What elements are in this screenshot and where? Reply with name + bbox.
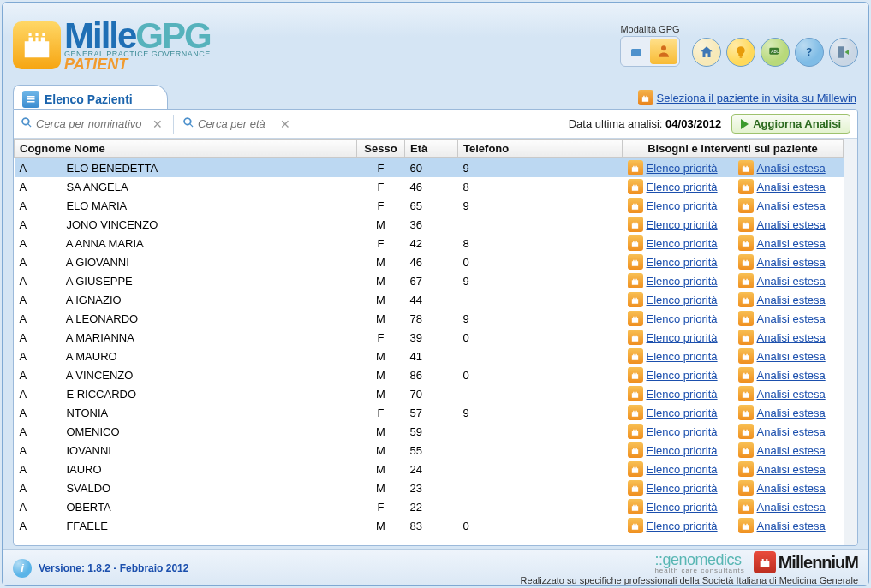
table-row[interactable]: A A VINCENZOM860Elenco prioritàAnalisi e…: [15, 365, 844, 384]
table-row[interactable]: A IOVANNIM55Elenco prioritàAnalisi estes…: [15, 441, 844, 460]
extended-analysis-link[interactable]: Analisi estesa: [757, 482, 826, 495]
filter-row: ✕ ✕ Data ultima analisi: 04/03/2012 Aggi…: [14, 110, 857, 139]
extended-analysis-link[interactable]: Analisi estesa: [757, 388, 826, 401]
extended-analysis-link[interactable]: Analisi estesa: [757, 256, 826, 269]
search-name-input[interactable]: [36, 117, 147, 130]
extended-analysis-link[interactable]: Analisi estesa: [757, 331, 826, 344]
tips-button[interactable]: [726, 38, 755, 67]
refresh-analysis-button[interactable]: Aggiorna Analisi: [731, 114, 850, 134]
table-row[interactable]: A A IGNAZIOM44Elenco prioritàAnalisi est…: [15, 290, 844, 309]
table-row[interactable]: A OBERTAF22Elenco prioritàAnalisi estesa: [15, 497, 844, 516]
extended-analysis-link[interactable]: Analisi estesa: [757, 407, 826, 419]
tab-row: Elenco Pazienti Seleziona il paziente in…: [3, 81, 868, 109]
castle-icon: [738, 198, 754, 213]
extended-analysis-link[interactable]: Analisi estesa: [757, 294, 826, 306]
table-row[interactable]: A JONO VINCENZOM36Elenco prioritàAnalisi…: [15, 215, 844, 234]
cell-extended: Analisi estesa: [733, 271, 844, 290]
table-row[interactable]: A NTONIAF579Elenco prioritàAnalisi estes…: [15, 403, 844, 422]
vertical-scrollbar[interactable]: [844, 139, 857, 545]
cell-sex: F: [357, 328, 405, 347]
cell-sex: F: [357, 196, 405, 215]
priorities-link[interactable]: Elenco priorità: [647, 237, 718, 250]
priorities-link[interactable]: Elenco priorità: [647, 218, 718, 231]
info-icon[interactable]: i: [13, 559, 32, 578]
priorities-link[interactable]: Elenco priorità: [647, 501, 718, 514]
extended-analysis-link[interactable]: Analisi estesa: [757, 162, 826, 175]
castle-icon: [628, 367, 643, 383]
extended-analysis-link[interactable]: Analisi estesa: [757, 218, 826, 231]
table-row[interactable]: A A GIUSEPPEM679Elenco prioritàAnalisi e…: [15, 271, 844, 290]
extended-analysis-link[interactable]: Analisi estesa: [757, 369, 826, 382]
priorities-link[interactable]: Elenco priorità: [647, 444, 718, 457]
priorities-link[interactable]: Elenco priorità: [647, 482, 718, 495]
priorities-link[interactable]: Elenco priorità: [647, 463, 718, 476]
priorities-link[interactable]: Elenco priorità: [647, 520, 718, 532]
help-button[interactable]: ?: [795, 38, 824, 67]
table-row[interactable]: A A GIOVANNIM460Elenco prioritàAnalisi e…: [15, 252, 844, 271]
priorities-link[interactable]: Elenco priorità: [647, 256, 718, 269]
priorities-link[interactable]: Elenco priorità: [647, 369, 718, 382]
home-button[interactable]: [692, 38, 721, 67]
modality-mode-patient[interactable]: [650, 39, 677, 64]
castle-icon: [628, 461, 643, 477]
extended-analysis-link[interactable]: Analisi estesa: [757, 425, 826, 438]
table-row[interactable]: A OMENICOM59Elenco prioritàAnalisi estes…: [15, 422, 844, 441]
clear-age-button[interactable]: ✕: [278, 117, 292, 131]
tab-patient-list[interactable]: Elenco Pazienti: [13, 85, 168, 109]
search-age-input[interactable]: [198, 117, 275, 130]
priorities-link[interactable]: Elenco priorità: [647, 162, 718, 175]
genomedics-logo: ::genomedics health care consultants: [654, 551, 744, 574]
modality-mode-group[interactable]: [623, 39, 650, 64]
svg-point-1: [661, 45, 666, 50]
cell-age: 44: [405, 290, 458, 309]
extended-analysis-link[interactable]: Analisi estesa: [757, 199, 826, 212]
millewin-patient-link[interactable]: Seleziona il paziente in visita su Mille…: [638, 90, 858, 109]
exit-button[interactable]: [829, 38, 858, 67]
priorities-link[interactable]: Elenco priorità: [647, 350, 718, 363]
extended-analysis-link[interactable]: Analisi estesa: [757, 350, 826, 363]
extended-analysis-link[interactable]: Analisi estesa: [757, 275, 826, 288]
cell-extended: Analisi estesa: [733, 460, 844, 478]
priorities-link[interactable]: Elenco priorità: [647, 294, 718, 306]
table-row[interactable]: A ELO BENEDETTAF609Elenco prioritàAnalis…: [15, 158, 844, 178]
priorities-link[interactable]: Elenco priorità: [647, 181, 718, 193]
col-header-sex[interactable]: Sesso: [357, 140, 405, 158]
priorities-link[interactable]: Elenco priorità: [647, 407, 718, 419]
table-row[interactable]: A FFAELEM830Elenco prioritàAnalisi estes…: [15, 516, 844, 535]
extended-analysis-link[interactable]: Analisi estesa: [757, 237, 826, 250]
col-header-age[interactable]: Età: [405, 140, 458, 158]
priorities-link[interactable]: Elenco priorità: [647, 388, 718, 401]
extended-analysis-link[interactable]: Analisi estesa: [757, 444, 826, 457]
app-window: MilleGPG GENERAL PRACTICE GOVERNANCE PAT…: [2, 2, 869, 586]
cell-name: A A MARIANNA: [15, 328, 357, 347]
app-title: MilleGPG GENERAL PRACTICE GOVERNANCE PAT…: [64, 20, 211, 71]
extended-analysis-link[interactable]: Analisi estesa: [757, 463, 826, 476]
table-row[interactable]: A A MAUROM41Elenco prioritàAnalisi estes…: [15, 347, 844, 365]
clear-name-button[interactable]: ✕: [151, 117, 164, 131]
priorities-link[interactable]: Elenco priorità: [647, 312, 718, 325]
table-row[interactable]: A SA ANGELAF468Elenco prioritàAnalisi es…: [15, 177, 844, 196]
learn-button[interactable]: ABC: [761, 38, 790, 67]
extended-analysis-link[interactable]: Analisi estesa: [757, 312, 826, 325]
cell-priorities: Elenco priorità: [623, 290, 733, 309]
table-row[interactable]: A E RICCARDOM70Elenco prioritàAnalisi es…: [15, 384, 844, 403]
table-row[interactable]: A ELO MARIAF659Elenco prioritàAnalisi es…: [15, 196, 844, 215]
cell-sex: M: [357, 516, 405, 535]
priorities-link[interactable]: Elenco priorità: [647, 199, 718, 212]
col-header-needs[interactable]: Bisogni e interventi sul paziente: [623, 140, 844, 158]
priorities-link[interactable]: Elenco priorità: [647, 275, 718, 288]
extended-analysis-link[interactable]: Analisi estesa: [757, 501, 826, 514]
col-header-tel[interactable]: Telefono: [458, 140, 623, 158]
table-row[interactable]: A SVALDOM23Elenco prioritàAnalisi estesa: [15, 478, 844, 497]
extended-analysis-link[interactable]: Analisi estesa: [757, 520, 826, 532]
castle-icon: [738, 405, 754, 420]
col-header-name[interactable]: Cognome Nome: [15, 140, 357, 158]
table-row[interactable]: A A LEONARDOM789Elenco prioritàAnalisi e…: [15, 309, 844, 328]
priorities-link[interactable]: Elenco priorità: [647, 425, 718, 438]
extended-analysis-link[interactable]: Analisi estesa: [757, 181, 826, 193]
cell-tel: [458, 441, 623, 460]
table-row[interactable]: A A MARIANNAF390Elenco prioritàAnalisi e…: [15, 328, 844, 347]
table-row[interactable]: A IAUROM24Elenco prioritàAnalisi estesa: [15, 460, 844, 478]
priorities-link[interactable]: Elenco priorità: [647, 331, 718, 344]
table-row[interactable]: A A ANNA MARIAF428Elenco prioritàAnalisi…: [15, 234, 844, 252]
